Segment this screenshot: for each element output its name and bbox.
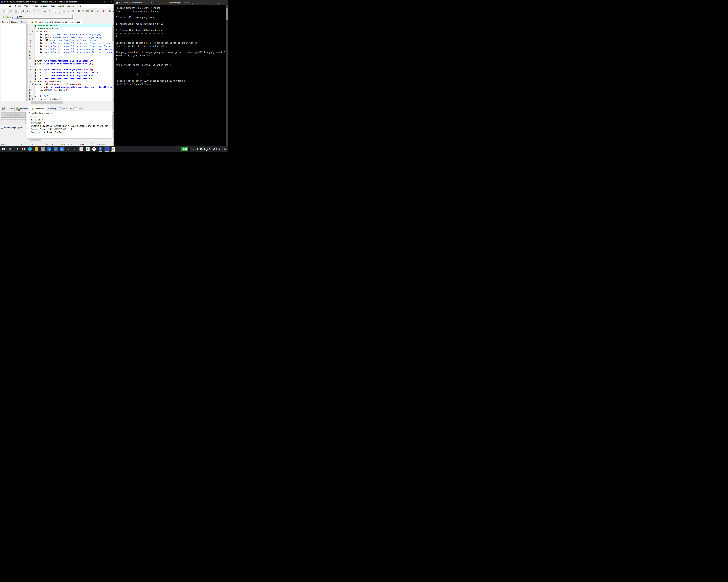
- code-line[interactable]: 1#include <stdio.h>: [28, 24, 112, 27]
- scroll-down-icon[interactable]: ▼: [226, 144, 228, 146]
- menu-help[interactable]: Help: [75, 4, 82, 8]
- code-line[interactable]: 14printf(" Dibuat oleh Firmansyah Wicaks…: [28, 62, 112, 65]
- scroll-up-icon[interactable]: ▲: [226, 5, 228, 7]
- cortana-icon[interactable]: [14, 146, 20, 152]
- code-line[interactable]: 24}: [28, 92, 112, 94]
- tab-close[interactable]: ✗Close: [73, 107, 84, 111]
- scroll-right-icon[interactable]: ›: [110, 139, 112, 141]
- app-word-taskbar-icon[interactable]: W: [97, 146, 104, 152]
- find-button[interactable]: [43, 9, 47, 13]
- code-line[interactable]: 19printf("------------------------------…: [28, 77, 112, 80]
- insert-button[interactable]: ✚: [5, 15, 9, 19]
- code-line[interactable]: 3int main () {: [28, 30, 112, 33]
- wifi-icon[interactable]: [208, 148, 211, 150]
- minimize-button[interactable]: —: [96, 0, 102, 4]
- scroll-down-icon[interactable]: ▼: [112, 136, 114, 138]
- globals-combobox[interactable]: (globals) ∨: [15, 15, 73, 19]
- code-line[interactable]: 21while ((pilihmenu<0) || (pilihmenu>2))…: [28, 83, 112, 86]
- profile-button[interactable]: [108, 9, 112, 13]
- project-panel[interactable]: [1, 24, 26, 101]
- search-icon[interactable]: [7, 146, 14, 152]
- code-line[interactable]: 20scanf("%d", &pilihmenu);: [28, 80, 112, 83]
- code-line[interactable]: 17printf("\n 1. Menampilkan Deret Bilang…: [28, 71, 112, 74]
- save-all-button[interactable]: [14, 9, 18, 13]
- run-button[interactable]: [81, 9, 85, 13]
- minimize-button[interactable]: —: [209, 0, 215, 5]
- code-line[interactable]: 7 int a; //deklarasi variabel bilangan g…: [28, 42, 112, 45]
- app-movies-taskbar-icon[interactable]: ▶: [59, 146, 65, 152]
- replace-button[interactable]: ▪: [52, 9, 56, 13]
- undo-button[interactable]: ↶: [32, 9, 37, 13]
- tab-find-results[interactable]: Find Results: [57, 107, 73, 111]
- code-line[interactable]: 23 scanf("%d", &pilihmenu);: [28, 89, 112, 92]
- scrollbar-thumb[interactable]: [112, 27, 114, 40]
- scroll-up-icon[interactable]: ▲: [112, 111, 114, 113]
- fold-marker-icon[interactable]: [32, 30, 34, 33]
- code-line[interactable]: 4 int ganjil; //deklarasi variabel deret…: [28, 33, 112, 36]
- tab-compiler[interactable]: Compiler: [1, 107, 15, 111]
- editor-horizontal-scrollbar[interactable]: ‹ ›: [28, 101, 112, 104]
- menu-window[interactable]: Window: [66, 4, 75, 8]
- print-button[interactable]: [26, 9, 31, 13]
- battery-icon[interactable]: [200, 148, 202, 150]
- menu-search[interactable]: Search: [14, 4, 23, 8]
- code-editor[interactable]: 1#include <stdio.h>2#include <stdlib.h>3…: [27, 24, 112, 101]
- maximize-button[interactable]: ▢: [102, 0, 108, 4]
- tab-project[interactable]: Project: [1, 20, 9, 24]
- taskbar-clock[interactable]: 9:47: [219, 148, 223, 150]
- app-file-explorer-taskbar-icon[interactable]: ▰: [33, 146, 40, 152]
- close-button[interactable]: ✕: [222, 0, 228, 5]
- app-mail-taskbar-icon[interactable]: ▲: [46, 146, 52, 152]
- console-scrollbar[interactable]: ▲ ▼: [226, 5, 228, 146]
- close-button[interactable]: ✕: [108, 0, 114, 4]
- close-all-button[interactable]: ✗: [22, 9, 26, 13]
- menu-execute[interactable]: Execute: [39, 4, 49, 8]
- scroll-up-icon[interactable]: ▲: [112, 24, 114, 26]
- editor-file-tab[interactable]: project besar firman tentang menampilkan…: [28, 20, 82, 24]
- code-line[interactable]: 10 int n; //deklarasi variabel bilangan …: [28, 51, 112, 54]
- editor-vertical-scrollbar[interactable]: ▲ ▼: [112, 24, 114, 101]
- task-view-icon[interactable]: [20, 146, 27, 152]
- menu-edit[interactable]: Edit: [7, 4, 14, 8]
- app-notes-taskbar-icon[interactable]: ▤: [84, 146, 91, 152]
- app-browser-taskbar-icon[interactable]: ◯: [91, 146, 97, 152]
- forward-button[interactable]: ◀: [66, 9, 71, 13]
- debug-check-button[interactable]: ✓: [96, 9, 100, 13]
- code-line[interactable]: 26 switch (pilihmenu){: [28, 98, 112, 101]
- code-line[interactable]: 25printf("\n");: [28, 95, 112, 98]
- code-line[interactable]: 8 int b; //deklarasi variabel bilangan g…: [28, 45, 112, 48]
- code-line[interactable]: 5 int genap; //deklarasi variabel deret …: [28, 36, 112, 39]
- fold-marker-icon[interactable]: [32, 98, 34, 101]
- start-icon[interactable]: [0, 146, 7, 152]
- log-horizontal-scrollbar[interactable]: ‹ ›: [27, 138, 112, 141]
- resize-grip-icon[interactable]: ⋰: [113, 142, 114, 146]
- code-line[interactable]: 12: [28, 56, 112, 59]
- app-devcpp-taskbar-icon[interactable]: DEV: [104, 146, 110, 152]
- log-vertical-scrollbar[interactable]: ▲ ▼: [112, 111, 114, 138]
- code-line[interactable]: 15: [28, 65, 112, 68]
- app-store-taskbar-icon[interactable]: ⌂: [40, 146, 46, 152]
- code-line[interactable]: 22 printf("\n" "Maaf menunya salah atau …: [28, 86, 112, 89]
- new-file-button[interactable]: [0, 9, 5, 13]
- code-line[interactable]: 11: [28, 54, 112, 56]
- compile-run-button[interactable]: [85, 9, 90, 13]
- speaker-icon[interactable]: [204, 148, 205, 150]
- add-remove-button[interactable]: ▫: [0, 15, 5, 19]
- tab-compile-log[interactable]: Compile Log: [29, 106, 46, 111]
- app-edge-taskbar-icon[interactable]: e: [27, 146, 33, 152]
- tab-resources[interactable]: Resources: [15, 107, 29, 111]
- shorten-paths-checkbox[interactable]: [1, 127, 3, 129]
- language-indicator[interactable]: ENG: [213, 148, 217, 150]
- compile-log-output[interactable]: Compilation results... -------- - Errors…: [27, 111, 114, 141]
- goto-line-button[interactable]: ▸: [56, 9, 60, 13]
- menu-view[interactable]: View: [23, 4, 30, 8]
- back-button[interactable]: ◀: [62, 9, 66, 13]
- app-console-taskbar-icon[interactable]: ▥: [110, 146, 116, 152]
- maximize-button[interactable]: ▢: [215, 0, 222, 5]
- scroll-left-icon[interactable]: ‹: [27, 139, 30, 141]
- abort-button[interactable]: ✗: [102, 9, 106, 13]
- code-line[interactable]: 16printf("\n Silahkan pilih menu yang ma…: [28, 68, 112, 71]
- action-center-icon[interactable]: [225, 148, 227, 150]
- code-line[interactable]: 9 int m; //deklarasi variabel bilangan g…: [28, 48, 112, 51]
- code-line[interactable]: 13printf("\n Program Menampilkan Deret B…: [28, 59, 112, 62]
